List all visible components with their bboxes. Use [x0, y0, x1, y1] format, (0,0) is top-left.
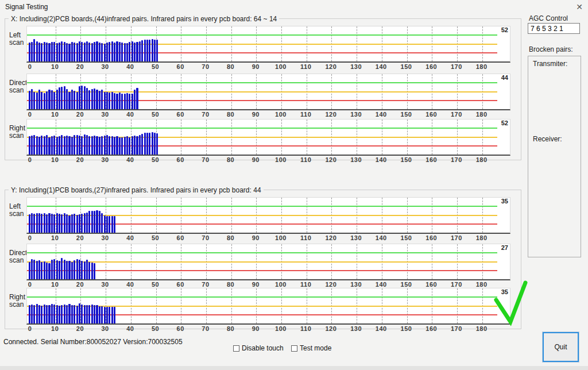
test-mode-checkbox[interactable]: Test mode — [291, 344, 331, 352]
x-tick-label: 100 — [275, 325, 287, 332]
signal-bar — [99, 43, 100, 61]
signal-bar — [91, 263, 93, 279]
signal-bar — [126, 43, 128, 61]
signal-bar — [66, 261, 68, 279]
signal-bar — [79, 41, 80, 61]
checkbox-icon[interactable] — [233, 345, 239, 352]
peak-value: 52 — [501, 120, 508, 126]
signal-bar — [81, 86, 83, 109]
signal-bar — [29, 43, 30, 61]
close-icon[interactable]: ✕ — [574, 1, 585, 13]
x-tick-label: 120 — [325, 234, 336, 241]
agc-control-input[interactable] — [528, 23, 580, 34]
signal-bar — [56, 260, 58, 279]
quit-button[interactable]: Quit — [543, 332, 579, 362]
signal-bar — [96, 136, 98, 155]
x-tick-label: 90 — [252, 281, 260, 288]
signal-bar — [38, 43, 40, 61]
peak-value: 35 — [501, 288, 508, 295]
signal-bar — [104, 136, 106, 155]
disable-touch-checkbox[interactable]: Disable touch — [233, 344, 284, 352]
signal-bar — [48, 263, 50, 279]
signal-bar — [88, 262, 90, 279]
x-tick-label: 60 — [177, 156, 184, 163]
signal-bar — [111, 307, 113, 323]
signal-bar — [64, 136, 65, 155]
signal-bar — [44, 213, 45, 233]
window-title: Signal Testing — [5, 3, 48, 11]
signal-bar — [41, 43, 42, 61]
x-tick-label: 160 — [425, 111, 437, 118]
signal-bar — [46, 43, 48, 61]
x-tick-label: 10 — [51, 63, 59, 70]
x-tick-label: 150 — [401, 281, 412, 288]
signal-bar — [46, 91, 48, 109]
signal-bar — [91, 43, 93, 61]
signal-bar — [106, 216, 108, 233]
x-tick-label: 30 — [101, 111, 109, 118]
x-tick-label: 50 — [152, 234, 159, 241]
signal-bar — [68, 136, 70, 155]
window-bottom-edge — [0, 366, 588, 370]
signal-bar — [76, 259, 78, 279]
signal-bar — [36, 136, 38, 155]
signal-bar — [56, 305, 58, 323]
signal-bar — [86, 260, 88, 279]
x-tick-label: 100 — [275, 281, 287, 288]
scan-label: Left scan — [9, 203, 29, 218]
chart-axis-y-right: 0102030405060708090100110120130140150160… — [26, 325, 510, 333]
x-tick-label: 80 — [227, 234, 234, 241]
signal-bar — [74, 214, 75, 233]
signal-bar — [91, 211, 93, 233]
chart-axis-x-direct: 0102030405060708090100110120130140150160… — [26, 111, 510, 118]
signal-bar — [104, 44, 106, 61]
x-tick-label: 70 — [202, 63, 209, 70]
signal-bar — [53, 305, 55, 323]
signal-bar — [94, 88, 95, 109]
signal-bar — [114, 307, 115, 323]
signal-bar — [64, 42, 65, 61]
signal-bar — [81, 42, 83, 61]
signal-bar — [66, 43, 68, 61]
signal-bar — [134, 136, 136, 155]
x-tick-label: 110 — [300, 156, 311, 163]
signal-bar — [44, 136, 45, 155]
signal-bar — [31, 136, 33, 155]
signal-bar — [41, 214, 42, 233]
chart-axis-y-left: 0102030405060708090100110120130140150160… — [26, 234, 510, 242]
green-threshold-line — [27, 34, 497, 36]
x-tick-label: 140 — [376, 111, 387, 118]
signal-bar — [31, 259, 33, 279]
x-tick-label: 40 — [126, 63, 134, 70]
receiver-label: Receiver: — [533, 135, 562, 143]
signal-bar — [139, 135, 141, 155]
x-tick-label: 120 — [325, 63, 336, 70]
signal-bar — [53, 42, 55, 61]
x-tick-label: 50 — [152, 325, 159, 332]
signal-bar — [86, 41, 88, 61]
x-tick-label: 170 — [451, 234, 462, 241]
signal-bar — [61, 87, 63, 109]
signal-bar — [86, 305, 88, 323]
green-threshold-line — [27, 252, 497, 253]
x-tick-label: 170 — [451, 156, 462, 163]
signal-bar — [96, 41, 98, 61]
signal-bar — [119, 92, 121, 109]
x-tick-label: 140 — [376, 234, 387, 241]
signal-bar — [68, 215, 70, 233]
signal-bar — [38, 137, 40, 155]
signal-bar — [134, 90, 136, 109]
x-tick-label: 160 — [425, 63, 437, 70]
signal-bar — [109, 216, 110, 233]
checkbox-icon[interactable] — [291, 345, 297, 352]
x-tick-label: 40 — [126, 156, 134, 163]
signal-bar — [131, 41, 133, 61]
signal-bar — [76, 215, 78, 233]
signal-bar — [48, 90, 50, 109]
x-tick-label: 80 — [227, 156, 234, 163]
signal-bar — [129, 137, 130, 155]
signal-bar — [79, 136, 80, 155]
x-tick-label: 50 — [152, 281, 159, 288]
signal-bar — [44, 93, 45, 109]
signal-bar — [79, 260, 80, 279]
